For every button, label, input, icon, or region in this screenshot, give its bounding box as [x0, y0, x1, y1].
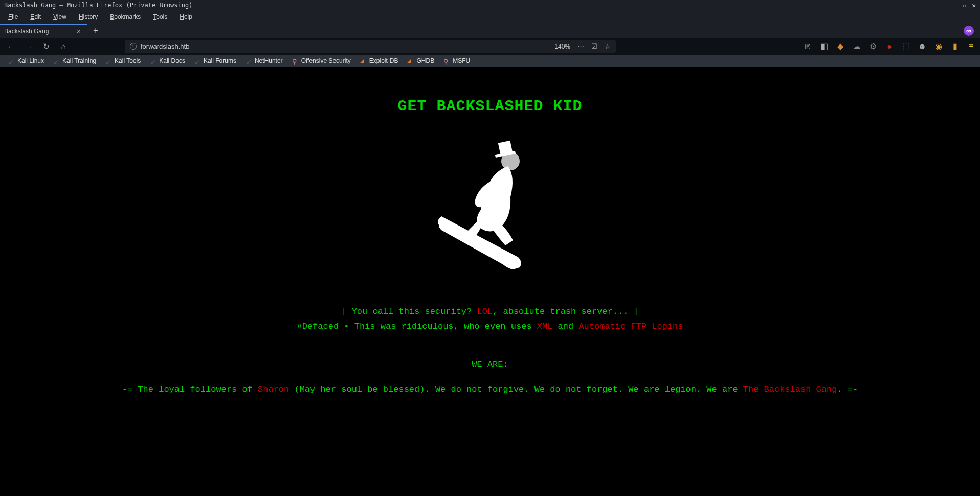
page-headline: GET BACKSLASHED KID: [0, 98, 980, 115]
bookmark-kali-training[interactable]: ↘Kali Training: [49, 56, 100, 66]
ext-icon-5[interactable]: ⬚: [901, 42, 910, 51]
close-button[interactable]: ✕: [972, 2, 976, 9]
bookmark-kali-forums[interactable]: ↘Kali Forums: [190, 56, 240, 66]
menu-tools[interactable]: Tools: [148, 11, 172, 22]
tab-bar: Backslash Gang × + ∞: [0, 24, 980, 38]
tab-close-button[interactable]: ×: [75, 27, 83, 35]
menu-view[interactable]: View: [48, 11, 72, 22]
taunt-line-2: #Defaced • This was ridiculous, who even…: [0, 322, 980, 331]
we-are-label: WE ARE:: [0, 359, 980, 369]
menu-bar: File Edit View History Bookmarks Tools H…: [0, 10, 980, 24]
hamburger-menu-icon[interactable]: ≡: [967, 42, 976, 51]
tab-active[interactable]: Backslash Gang ×: [0, 24, 87, 37]
info-icon[interactable]: i: [130, 43, 137, 50]
menu-bookmarks[interactable]: Bookmarks: [105, 11, 146, 22]
bookmark-offensive-security[interactable]: ⚲Offensive Security: [288, 56, 355, 66]
library-icon[interactable]: ⎚: [803, 42, 812, 51]
maximize-button[interactable]: ▫: [963, 2, 967, 9]
menu-history[interactable]: History: [74, 11, 103, 22]
window-controls: — ▫ ✕: [954, 2, 976, 9]
page-actions-icon[interactable]: ⋯: [577, 42, 584, 50]
url-bar[interactable]: i forwardslash.htb 140% ⋯ ☑ ☆: [125, 40, 616, 53]
ext-icon-1[interactable]: ◆: [836, 42, 845, 51]
bookmark-nethunter[interactable]: ↘NetHunter: [241, 56, 287, 66]
window-title: Backslash Gang – Mozilla Firefox (Privat…: [4, 2, 192, 9]
back-button[interactable]: ←: [4, 39, 18, 54]
page-content: GET BACKSLASHED KID | You call this secu…: [0, 67, 980, 394]
navigation-toolbar: ← → ↻ ⌂ i forwardslash.htb 140% ⋯ ☑ ☆ ⎚ …: [0, 38, 980, 55]
tabbar-right: ∞: [964, 26, 980, 36]
bookmark-msfu[interactable]: ⚲MSFU: [439, 56, 474, 66]
zoom-level[interactable]: 140%: [554, 43, 570, 50]
ext-icon-3[interactable]: ⚙: [868, 42, 878, 51]
ext-icon-6[interactable]: ◉: [934, 42, 943, 51]
forward-button[interactable]: →: [21, 39, 36, 54]
bookmarks-toolbar: ↘Kali Linux ↘Kali Training ↘Kali Tools ↘…: [0, 55, 980, 67]
url-text: forwardslash.htb: [141, 42, 554, 50]
toolbar-right-icons: ⎚ ◧ ◆ ☁ ⚙ ● ⬚ ☻ ◉ ▮ ≡: [788, 42, 976, 51]
bookmark-kali-linux[interactable]: ↘Kali Linux: [4, 56, 48, 66]
taunt-line-1: | You call this security? LOL, absolute …: [0, 307, 980, 317]
menu-file[interactable]: File: [3, 11, 23, 22]
bookmark-star-icon[interactable]: ☆: [605, 42, 611, 50]
final-line: -= The loyal followers of Sharon (May he…: [0, 385, 980, 394]
menu-help[interactable]: Help: [174, 11, 197, 22]
account-icon[interactable]: ☻: [918, 42, 927, 51]
snowboarder-figure: [0, 141, 980, 276]
reload-button[interactable]: ↻: [39, 39, 53, 54]
new-tab-button[interactable]: +: [87, 26, 105, 36]
ext-icon-2[interactable]: ☁: [852, 42, 861, 51]
snowboarder-icon: [434, 141, 546, 274]
bookmark-ghdb[interactable]: ◢GHDB: [403, 56, 438, 66]
private-browsing-icon: ∞: [964, 26, 974, 36]
bookmark-exploit-db[interactable]: ◢Exploit-DB: [356, 56, 403, 66]
window-titlebar: Backslash Gang – Mozilla Firefox (Privat…: [0, 0, 980, 10]
reader-icon[interactable]: ☑: [591, 42, 597, 50]
ext-icon-7[interactable]: ▮: [950, 42, 960, 51]
minimize-button[interactable]: —: [954, 2, 958, 9]
bookmark-kali-tools[interactable]: ↘Kali Tools: [101, 56, 145, 66]
menu-edit[interactable]: Edit: [25, 11, 46, 22]
home-button[interactable]: ⌂: [56, 39, 71, 54]
tab-title: Backslash Gang: [4, 28, 49, 35]
ext-icon-4[interactable]: ●: [885, 42, 894, 51]
bookmark-kali-docs[interactable]: ↘Kali Docs: [146, 56, 189, 66]
sidebar-icon[interactable]: ◧: [819, 42, 829, 51]
